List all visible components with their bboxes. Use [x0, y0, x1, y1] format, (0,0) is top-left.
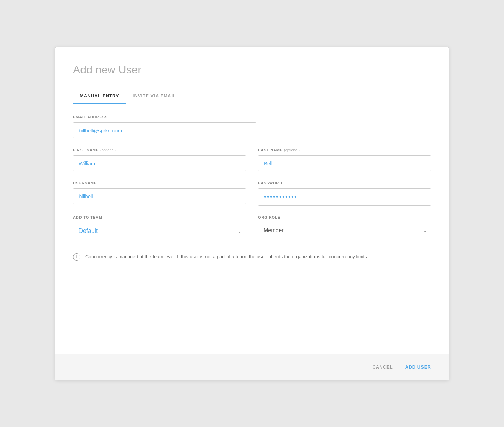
- username-col: USERNAME: [73, 181, 246, 206]
- info-box: i Concurrency is managed at the team lev…: [73, 252, 431, 262]
- add-to-team-label: ADD TO TEAM: [73, 215, 246, 219]
- email-label: EMAIL ADDRESS: [73, 115, 431, 119]
- team-role-row: ADD TO TEAM Default ⌄ ORG ROLE Member Ad…: [73, 215, 431, 239]
- dialog-body: Add new User MANUAL ENTRY INVITE VIA EMA…: [55, 47, 449, 354]
- password-col: PASSWORD: [258, 181, 431, 206]
- cancel-button[interactable]: CANCEL: [372, 362, 393, 372]
- team-dropdown-wrapper: Default ⌄: [73, 223, 246, 239]
- password-label: PASSWORD: [258, 181, 431, 185]
- tab-bar: MANUAL ENTRY INVITE VIA EMAIL: [73, 88, 431, 104]
- first-name-label: FIRST NAME (optional): [73, 148, 246, 152]
- first-name-col: FIRST NAME (optional): [73, 148, 246, 171]
- last-name-label: LAST NAME (optional): [258, 148, 431, 152]
- info-text: Concurrency is managed at the team level…: [85, 253, 368, 260]
- password-field[interactable]: [258, 188, 431, 206]
- last-name-col: LAST NAME (optional): [258, 148, 431, 171]
- last-name-optional: (optional): [284, 148, 300, 152]
- credentials-row: USERNAME PASSWORD: [73, 181, 431, 206]
- team-select[interactable]: Default: [73, 223, 246, 239]
- tab-invite-via-email[interactable]: INVITE VIA EMAIL: [126, 88, 183, 104]
- dialog-title: Add new User: [73, 64, 431, 76]
- add-user-button[interactable]: ADD USER: [405, 362, 431, 372]
- dialog-footer: CANCEL ADD USER: [55, 354, 449, 380]
- info-icon: i: [73, 253, 80, 261]
- email-group: EMAIL ADDRESS: [73, 115, 431, 138]
- org-role-select[interactable]: Member Admin: [258, 223, 431, 238]
- username-label: USERNAME: [73, 181, 246, 185]
- name-row: FIRST NAME (optional) LAST NAME (optiona…: [73, 148, 431, 171]
- org-role-label: ORG ROLE: [258, 215, 431, 219]
- tab-manual-entry[interactable]: MANUAL ENTRY: [73, 88, 126, 104]
- email-input-wrapper: [73, 122, 256, 138]
- team-col: ADD TO TEAM Default ⌄: [73, 215, 246, 239]
- email-field[interactable]: [73, 122, 256, 138]
- org-role-dropdown-wrapper: Member Admin ⌄: [258, 223, 431, 238]
- first-name-optional: (optional): [100, 148, 116, 152]
- first-name-field[interactable]: [73, 155, 246, 171]
- add-user-dialog: Add new User MANUAL ENTRY INVITE VIA EMA…: [55, 47, 449, 380]
- org-role-col: ORG ROLE Member Admin ⌄: [258, 215, 431, 239]
- last-name-field[interactable]: [258, 155, 431, 171]
- username-field[interactable]: [73, 188, 246, 204]
